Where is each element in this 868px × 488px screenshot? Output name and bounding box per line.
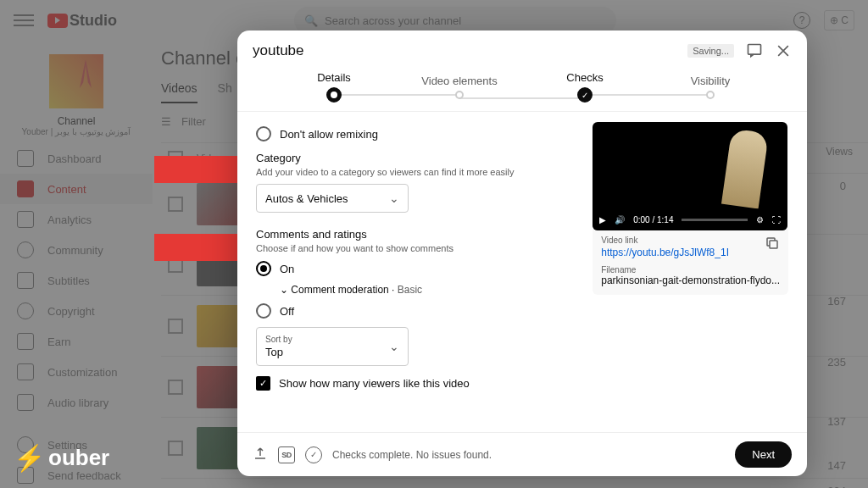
show-likes-checkbox[interactable]: ✓Show how many viewers like this video bbox=[256, 376, 576, 391]
watermark: ⚡ouber bbox=[14, 443, 109, 473]
comments-desc: Choose if and how you want to show comme… bbox=[256, 243, 576, 253]
next-button[interactable]: Next bbox=[735, 441, 792, 468]
step-details[interactable]: Details bbox=[271, 71, 397, 103]
comments-on-radio[interactable]: On bbox=[256, 261, 576, 276]
svg-rect-0 bbox=[748, 45, 761, 55]
comment-moderation-toggle[interactable]: ⌄ Comment moderation · Basic bbox=[280, 284, 576, 296]
gear-icon[interactable]: ⚙ bbox=[756, 215, 764, 225]
annotation-arrow-category bbox=[154, 156, 248, 183]
volume-icon[interactable]: 🔊 bbox=[615, 215, 625, 225]
sd-badge: SD bbox=[278, 446, 295, 463]
sort-dropdown[interactable]: Sort byTop bbox=[256, 327, 409, 366]
upload-icon bbox=[253, 446, 268, 463]
video-preview[interactable]: ▶ 🔊 0:00 / 1:14 ⚙ ⛶ bbox=[593, 122, 787, 230]
filename-value: parkinsonian-gait-demonstration-flydo... bbox=[601, 274, 780, 286]
comments-off-radio[interactable]: Off bbox=[256, 303, 576, 319]
saving-badge: Saving... bbox=[687, 44, 734, 58]
dialog-title: youtube bbox=[253, 42, 304, 59]
fullscreen-icon[interactable]: ⛶ bbox=[772, 215, 781, 225]
feedback-icon[interactable] bbox=[746, 42, 763, 59]
category-dropdown[interactable]: Autos & Vehicles bbox=[256, 184, 409, 213]
annotation-arrow-comments bbox=[154, 234, 248, 261]
video-details-dialog: youtube Saving... Details Video elements… bbox=[237, 30, 807, 476]
comments-label: Comments and ratings bbox=[256, 228, 576, 241]
remix-disallow-radio[interactable]: Don't allow remixing bbox=[256, 126, 576, 141]
video-link[interactable]: https://youtu.be/gJsJlWf8_1I bbox=[601, 247, 765, 258]
copy-icon[interactable] bbox=[765, 236, 780, 254]
video-link-label: Video link bbox=[601, 236, 765, 245]
upload-stepper: Details Video elements Checks Visibility bbox=[237, 71, 807, 111]
checks-status: Checks complete. No issues found. bbox=[332, 449, 492, 461]
chevron-down-icon bbox=[389, 191, 399, 205]
category-desc: Add your video to a category so viewers … bbox=[256, 167, 576, 177]
filename-label: Filename bbox=[601, 265, 780, 274]
check-icon: ✓ bbox=[305, 446, 322, 463]
svg-rect-1 bbox=[770, 241, 777, 248]
category-label: Category bbox=[256, 152, 576, 164]
close-icon[interactable] bbox=[775, 42, 792, 59]
chevron-down-icon bbox=[389, 340, 399, 353]
play-icon[interactable]: ▶ bbox=[599, 215, 606, 225]
player-time: 0:00 / 1:14 bbox=[633, 215, 673, 225]
progress-bar[interactable] bbox=[682, 219, 748, 221]
